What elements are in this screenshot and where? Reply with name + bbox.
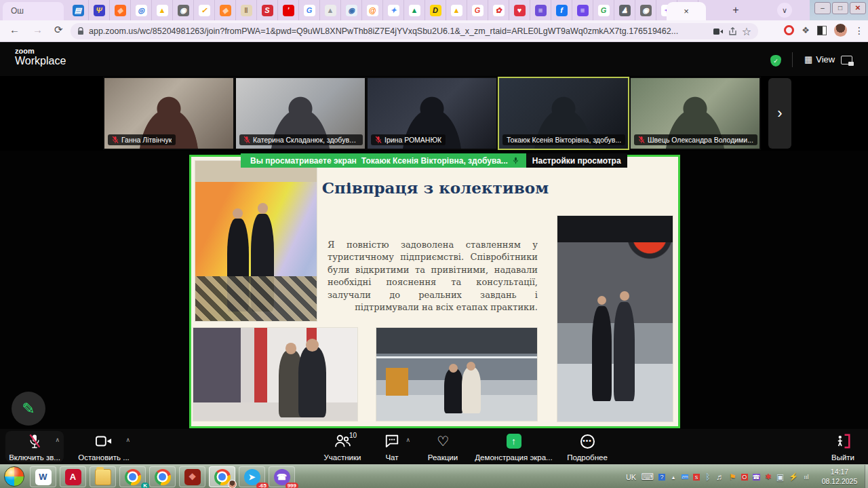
participants-button[interactable]: 10 Участники	[309, 431, 376, 462]
pinned-tab[interactable]: ▤	[68, 0, 89, 20]
minimize-button[interactable]: –	[814, 2, 831, 14]
browser-tab-first[interactable]: Ош	[3, 2, 64, 20]
chat-button[interactable]: ∧ Чат	[368, 431, 416, 462]
reload-button[interactable]: ⟳	[54, 24, 63, 36]
pinned-tab[interactable]: ‖	[236, 0, 257, 20]
pinned-tab[interactable]: ▲	[404, 0, 425, 20]
zoom-toolbar: ∧ Включить зв... ∧ Остановить ... 10 Уча…	[0, 429, 868, 464]
pinned-tab[interactable]: ✿	[488, 0, 509, 20]
pinned-tab[interactable]: ✓	[194, 0, 215, 20]
reactions-button[interactable]: ♡ Реакции	[416, 431, 470, 462]
browser-menu-kebab-icon[interactable]: ⋮	[854, 25, 864, 36]
pinned-tab[interactable]: @	[362, 0, 383, 20]
start-button[interactable]	[4, 466, 24, 487]
close-window-button[interactable]: ✕	[850, 2, 866, 14]
taskbar-app-button[interactable]: ☎ 999	[269, 466, 295, 487]
pinned-tab[interactable]: ▲	[152, 0, 173, 20]
pinned-tab[interactable]: ’	[278, 0, 299, 20]
pinned-tab[interactable]: G	[593, 0, 614, 20]
show-desktop-button[interactable]	[865, 465, 868, 488]
participant-video-tile[interactable]: Катерина Складанюк, здобува...	[235, 77, 366, 150]
participant-video-tile[interactable]: Ганна Літвінчук	[103, 77, 235, 150]
pinned-tab[interactable]: ♟	[614, 0, 635, 20]
pinned-tab[interactable]: G	[299, 0, 320, 20]
tray-icon[interactable]: ♬	[716, 472, 724, 482]
media-camera-icon[interactable]	[713, 28, 724, 35]
participant-video-tile[interactable]: Швець Олександра Володими...	[629, 77, 761, 150]
forward-button[interactable]: →	[33, 24, 43, 35]
padlock-icon	[77, 27, 84, 35]
mic-options-caret[interactable]: ∧	[55, 436, 60, 443]
pinned-tab[interactable]: Ψ	[89, 0, 110, 20]
view-settings-button[interactable]: Настройки просмотра	[526, 153, 627, 168]
tray-icon[interactable]: ⚡	[789, 472, 798, 481]
profile-avatar[interactable]	[834, 24, 847, 37]
tray-icon[interactable]: s	[693, 474, 700, 481]
pinned-tab[interactable]: ≡	[530, 0, 551, 20]
pinned-tab[interactable]: f	[551, 0, 572, 20]
video-options-caret[interactable]: ∧	[125, 436, 130, 443]
url-field[interactable]: app.zoom.us/wc/85204981263/join?fromPWA=…	[71, 23, 758, 39]
participant-video-tile[interactable]: Токаюк Ксенія Вікторівна, здобув...	[498, 77, 629, 150]
opera-extension-icon[interactable]	[784, 25, 794, 35]
share-page-icon[interactable]	[728, 27, 737, 36]
taskbar-app-button[interactable]: ❖	[179, 466, 205, 487]
next-participants-button[interactable]: ›	[768, 78, 791, 149]
tray-icon[interactable]: ⌨	[641, 472, 654, 482]
tray-icon[interactable]: ?	[658, 474, 665, 481]
taskbar-app-button[interactable]	[149, 466, 176, 487]
stop-video-button[interactable]: ∧ Остановить ...	[68, 431, 140, 462]
tray-icon[interactable]: ᛒ	[705, 472, 711, 482]
tray-icon[interactable]: ▴	[670, 474, 677, 481]
pinned-tab[interactable]: S	[257, 0, 278, 20]
pinned-tab[interactable]: ≡	[572, 0, 593, 20]
pip-window-icon[interactable]	[841, 56, 852, 64]
pinned-tab[interactable]: ▲	[320, 0, 341, 20]
restore-button[interactable]: □	[832, 2, 848, 14]
security-shield-icon[interactable]: ✓	[770, 55, 781, 67]
leave-meeting-button[interactable]: Выйти	[822, 431, 864, 462]
unmute-button[interactable]: ∧ Включить зв...	[5, 431, 64, 462]
pinned-tab[interactable]: ◉	[341, 0, 362, 20]
pinned-tab[interactable]: ◎	[131, 0, 152, 20]
new-tab-button[interactable]: +	[728, 3, 743, 18]
taskbar-app-button[interactable]: A	[60, 466, 86, 487]
taskbar-app-button[interactable]	[90, 466, 116, 487]
tray-icon[interactable]: zm	[682, 474, 688, 479]
bookmark-star-icon[interactable]: ☆	[742, 25, 751, 38]
participant-video-tile[interactable]: Ірина РОМАНЮК	[366, 77, 498, 150]
pinned-tab[interactable]: G	[467, 0, 488, 20]
pinned-tab[interactable]: ◉	[635, 0, 656, 20]
tray-icon[interactable]: ⚑	[729, 472, 736, 482]
taskbar-clock[interactable]: 14:17 08.12.2025	[815, 467, 864, 486]
pinned-tab[interactable]: ▲	[446, 0, 467, 20]
more-button[interactable]: ••• Подробнее	[558, 431, 616, 462]
tray-icon[interactable]: ☎	[753, 474, 760, 481]
pinned-tab[interactable]: ◉	[173, 0, 194, 20]
taskbar-app-button[interactable]: K	[119, 466, 146, 487]
chat-options-caret[interactable]: ∧	[406, 436, 410, 443]
view-button[interactable]: ▦ View	[804, 54, 835, 64]
browser-tab-active[interactable]: ×	[667, 2, 706, 20]
tray-icon[interactable]: UK	[626, 473, 636, 481]
annotate-pencil-button[interactable]: ✎	[12, 392, 45, 426]
taskbar-app-button[interactable]: W	[30, 466, 56, 487]
tray-icon[interactable]: ▣	[776, 472, 784, 482]
tray-icon[interactable]: O	[741, 474, 748, 481]
pinned-tab[interactable]: ✦	[383, 0, 404, 20]
pinned-tab[interactable]: D	[425, 0, 446, 20]
pinned-tab[interactable]: ♥	[509, 0, 530, 20]
pinned-tab-icon: ▲	[451, 5, 462, 16]
pinned-tab[interactable]: ◆	[215, 0, 236, 20]
taskbar-app-button[interactable]: ➤ -65	[239, 466, 265, 487]
back-button[interactable]: ←	[9, 24, 20, 35]
tray-icon[interactable]: ııl	[803, 474, 810, 481]
tray-icon[interactable]: ✱	[765, 472, 772, 481]
tab-search-chevron-icon[interactable]: ∨	[777, 3, 792, 18]
pinned-tab[interactable]: ◆	[110, 0, 131, 20]
close-tab-icon[interactable]: ×	[684, 6, 689, 16]
extensions-puzzle-icon[interactable]: ❖	[802, 25, 810, 35]
reader-mode-icon[interactable]	[817, 26, 827, 35]
share-screen-button[interactable]: ↑ Демонстрация экра...	[471, 431, 556, 462]
taskbar-app-button[interactable]	[209, 466, 235, 487]
